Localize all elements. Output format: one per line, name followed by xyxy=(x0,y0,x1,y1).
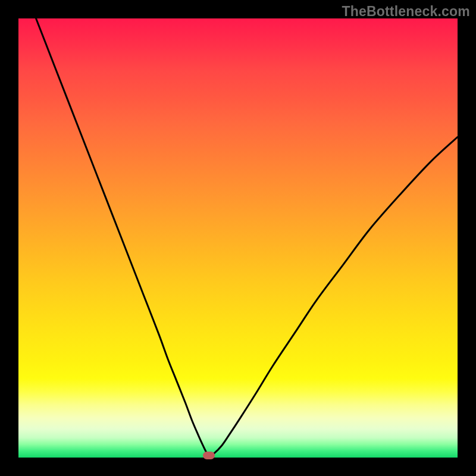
chart-frame: TheBottleneck.com xyxy=(0,0,476,476)
minimum-marker xyxy=(203,452,215,459)
bottleneck-curve xyxy=(18,18,458,458)
watermark-text: TheBottleneck.com xyxy=(342,4,470,20)
